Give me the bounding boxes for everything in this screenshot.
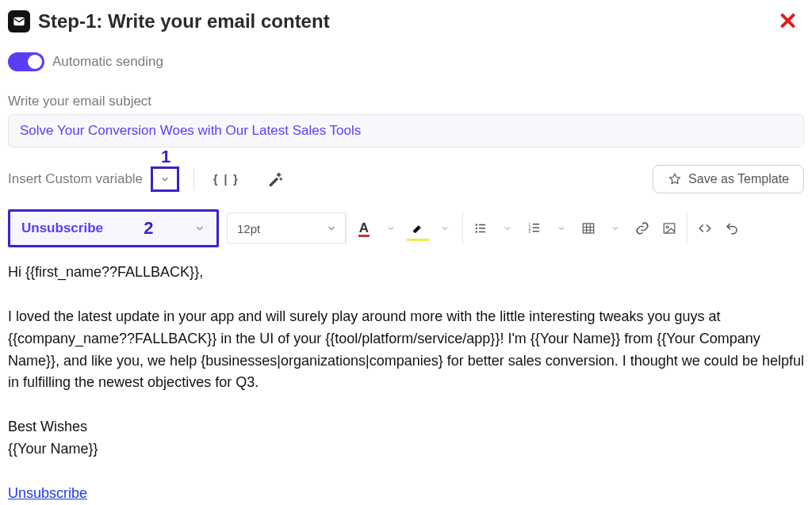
svg-rect-10 [533,224,539,225]
bullet-list-button[interactable] [469,216,492,240]
save-as-template-label: Save as Template [688,172,789,186]
svg-text:3: 3 [529,230,531,234]
insert-variable-dropdown[interactable]: 1 [151,166,179,192]
chevron-down-icon [326,223,337,234]
chevron-down-icon [194,223,205,234]
mail-icon [8,10,30,33]
svg-point-1 [476,224,477,225]
divider [193,168,194,190]
svg-rect-12 [533,231,539,232]
variable-option-unsubscribe[interactable]: Unsubscribe 2 [8,209,219,247]
email-body-editor[interactable]: Hi {{first_name??FALLBACK}}, I loved the… [8,262,804,505]
svg-rect-14 [664,224,675,233]
highlight-button[interactable] [407,216,429,240]
svg-point-2 [476,228,477,229]
undo-button[interactable] [721,216,743,240]
font-size-value: 12pt [237,222,260,235]
close-button[interactable]: ✕ [778,10,804,33]
callout-two: 2 [144,218,153,239]
font-size-dropdown[interactable]: 12pt [227,212,346,244]
svg-point-15 [666,226,668,228]
highlight-dropdown[interactable] [434,216,456,240]
subject-label: Write your email subject [8,94,804,109]
body-signoff: Best Wishes [8,416,804,438]
font-color-dropdown[interactable] [380,216,402,240]
svg-point-3 [476,231,477,232]
link-button[interactable] [631,216,653,240]
table-dropdown[interactable] [604,216,626,240]
callout-one: 1 [161,147,170,167]
automatic-sending-label: Automatic sending [52,54,163,70]
save-as-template-button[interactable]: Save as Template [653,165,804,193]
insert-variable-label: Insert Custom variable [8,171,143,187]
svg-rect-4 [479,224,485,226]
body-unsubscribe-link[interactable]: Unsubscribe [8,485,87,501]
table-button[interactable] [577,216,599,240]
svg-rect-6 [479,231,485,233]
unsubscribe-option-label: Unsubscribe [21,220,103,236]
svg-rect-13 [583,224,594,233]
numbered-list-button[interactable]: 123 [523,216,546,240]
font-color-button[interactable]: A [353,216,375,240]
numbered-list-dropdown[interactable] [550,216,573,240]
body-paragraph-1: I loved the latest update in your app an… [8,306,804,395]
automatic-sending-toggle[interactable] [8,52,44,71]
step-title: Step-1: Write your email content [38,10,770,33]
image-button[interactable] [658,216,680,240]
magic-wand-button[interactable] [266,170,284,188]
body-signature: {{Your Name}} [8,438,804,461]
body-greeting: Hi {{first_name??FALLBACK}}, [8,262,804,284]
svg-rect-5 [479,228,485,229]
insert-braces-button[interactable]: { | } [209,170,244,189]
subject-input[interactable] [8,114,804,147]
code-view-button[interactable] [694,216,716,240]
bullet-list-dropdown[interactable] [496,216,519,240]
svg-rect-11 [533,228,539,229]
